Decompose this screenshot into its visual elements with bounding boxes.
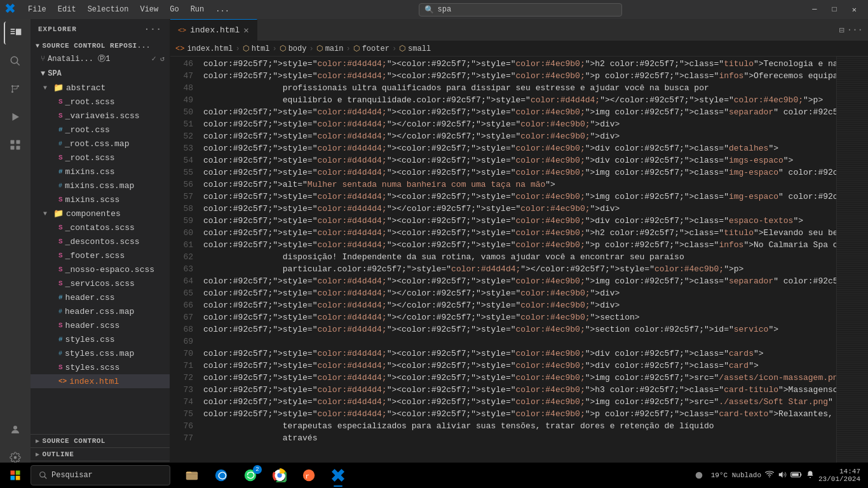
code-line[interactable]: color:#92c5f7;">style="color:#d4d4d4;"><… xyxy=(201,215,836,227)
activity-search[interactable] xyxy=(4,50,27,72)
tab-close-button[interactable]: ✕ xyxy=(243,25,248,36)
close-button[interactable]: ✕ xyxy=(846,4,863,16)
breadcrumb-html[interactable]: html xyxy=(252,44,270,53)
code-line[interactable]: color:#92c5f7;">style="color:#d4d4d4;"><… xyxy=(201,203,836,215)
sidebar-more-icon[interactable]: ··· xyxy=(144,24,162,34)
file-styles-css[interactable]: # styles.css xyxy=(31,332,170,346)
menu-selection[interactable]: Selection xyxy=(83,4,134,15)
code-line[interactable]: color:#92c5f7;">style="color:#d4d4d4;"><… xyxy=(201,106,836,118)
componentes-folder[interactable]: ▼ 📁 componentes xyxy=(31,207,170,220)
taskbar-vscode[interactable] xyxy=(324,463,352,488)
code-line[interactable] xyxy=(201,336,836,348)
breadcrumb-file[interactable]: index.html xyxy=(187,44,233,53)
file-root-scss2[interactable]: S _root.scss xyxy=(31,151,170,165)
taskbar-edge[interactable] xyxy=(207,463,235,488)
code-line[interactable]: color:#92c5f7;">style="color:#d4d4d4;"><… xyxy=(201,360,836,372)
breadcrumb-footer[interactable]: footer xyxy=(362,44,390,53)
source-control-repo-header[interactable]: ▼ SOURCE CONTROL REPOSI... xyxy=(31,39,170,52)
code-line[interactable]: color:#92c5f7;">style="color:#d4d4d4;"><… xyxy=(201,58,836,70)
code-line[interactable]: color:#92c5f7;">style="color:#d4d4d4;"><… xyxy=(201,227,836,239)
code-line[interactable]: equilíbrio e tranquilidade.color:#92c5f7… xyxy=(201,94,836,106)
code-line[interactable]: color:#92c5f7;">style="color:#d4d4d4;"><… xyxy=(201,396,836,408)
taskbar-whatsapp[interactable]: 2 xyxy=(236,463,264,488)
code-line[interactable]: terapeutas especializados para aliviar s… xyxy=(201,420,836,432)
menu-file[interactable]: File xyxy=(23,4,51,15)
file-header-scss[interactable]: S header.scss xyxy=(31,318,170,332)
code-line[interactable]: disposição! Independente da sua rotina, … xyxy=(201,251,836,263)
file-descontos-scss[interactable]: S _descontos.scss xyxy=(31,234,170,248)
activity-explorer[interactable] xyxy=(4,22,27,44)
editor-more-icon[interactable]: ··· xyxy=(847,25,863,36)
taskbar-app5[interactable]: r xyxy=(295,463,323,488)
file-root-scss[interactable]: S _root.scss xyxy=(31,95,170,109)
outline-header[interactable]: ▶ OUTLINE xyxy=(31,447,170,461)
menu-more[interactable]: ... xyxy=(210,4,234,15)
code-line[interactable]: color:#92c5f7;">style="color:#d4d4d4;"><… xyxy=(201,384,836,396)
file-variaveis-scss[interactable]: S _variaveis.scss xyxy=(31,109,170,123)
file-styles-css-map[interactable]: # styles.css.map xyxy=(31,346,170,360)
split-editor-icon[interactable]: ⊟ xyxy=(839,25,844,36)
code-line[interactable]: color:#92c5f7;">style="color:#d4d4d4;"><… xyxy=(201,239,836,251)
menu-go[interactable]: Go xyxy=(165,4,184,15)
menu-run[interactable]: Run xyxy=(186,4,210,15)
file-header-css[interactable]: # header.css xyxy=(31,290,170,304)
taskbar-search-box[interactable]: Pesquisar xyxy=(31,465,170,485)
minimize-button[interactable]: ─ xyxy=(806,4,823,16)
code-line[interactable]: color:#92c5f7;">style="color:#d4d4d4;"><… xyxy=(201,166,836,179)
file-index-html[interactable]: <> index.html xyxy=(31,374,170,388)
branch-name[interactable]: Anatali... ⓟ1 xyxy=(48,53,110,64)
breadcrumb-main[interactable]: main xyxy=(325,44,344,53)
code-line[interactable]: particular.color:#92c5f7;">style="color:… xyxy=(201,263,836,275)
title-search-box[interactable]: 🔍 spa xyxy=(419,3,622,17)
taskbar-chrome[interactable] xyxy=(266,463,294,488)
code-line[interactable]: color:#92c5f7;">style="color:#d4d4d4;"><… xyxy=(201,299,836,311)
file-servicos-scss[interactable]: S _servicos.scss xyxy=(31,276,170,290)
code-line[interactable]: color:#92c5f7;">style="color:#d4d4d4;"><… xyxy=(201,372,836,384)
taskbar-clock[interactable]: 14:47 23/01/2024 xyxy=(818,468,860,483)
menu-edit[interactable]: Edit xyxy=(53,4,81,15)
code-line[interactable]: color:#92c5f7;">style="color:#d4d4d4;"><… xyxy=(201,311,836,323)
file-mixins-scss[interactable]: S mixins.scss xyxy=(31,193,170,207)
file-contatos-scss[interactable]: S _contatos.scss xyxy=(31,220,170,234)
code-line[interactable]: color:#92c5f7;">style="color:#d4d4d4;"><… xyxy=(201,408,836,420)
code-line[interactable]: color:#92c5f7;">style="color:#d4d4d4;"><… xyxy=(201,287,836,299)
code-line[interactable]: color:#92c5f7;">style="color:#d4d4d4;"><… xyxy=(201,130,836,142)
maximize-button[interactable]: □ xyxy=(826,4,843,16)
breadcrumb-body[interactable]: body xyxy=(288,44,307,53)
file-root-css-map[interactable]: # _root.css.map xyxy=(31,137,170,151)
code-line[interactable]: color:#92c5f7;">style="color:#d4d4d4;"><… xyxy=(201,142,836,154)
code-line[interactable]: color:#92c5f7;">style="color:#d4d4d4;"><… xyxy=(201,118,836,130)
activity-extensions[interactable] xyxy=(4,133,27,156)
file-mixins-css[interactable]: # mixins.css xyxy=(31,165,170,179)
code-content[interactable]: color:#92c5f7;">style="color:#d4d4d4;"><… xyxy=(198,57,836,474)
file-nosso-espaco-scss[interactable]: S _nosso-espaco.scss xyxy=(31,262,170,276)
branch-refresh-icon[interactable]: ↺ xyxy=(160,54,165,64)
code-line[interactable]: color:#92c5f7;">alt="Mulher sentada numa… xyxy=(201,179,836,191)
code-line[interactable]: color:#92c5f7;">style="color:#d4d4d4;"><… xyxy=(201,70,836,82)
file-header-css-map[interactable]: # header.css.map xyxy=(31,304,170,318)
activity-run-debug[interactable] xyxy=(4,105,27,128)
abstract-folder[interactable]: ▼ 📁 abstract xyxy=(31,81,170,95)
file-footer-scss[interactable]: S _footer.scss xyxy=(31,248,170,262)
branch-check-icon[interactable]: ✓ xyxy=(152,54,156,64)
file-root-css[interactable]: # _root.css xyxy=(31,123,170,137)
code-line[interactable]: através xyxy=(201,432,836,444)
code-line[interactable]: profissionais ultra qualificados para di… xyxy=(201,82,836,94)
breadcrumb-small[interactable]: small xyxy=(408,44,431,53)
code-line[interactable]: color:#92c5f7;">style="color:#d4d4d4;"><… xyxy=(201,275,836,287)
editor-tab-index-html[interactable]: <> index.html ✕ xyxy=(170,19,257,41)
source-control-header[interactable]: ▶ SOURCE CONTROL xyxy=(31,434,170,447)
activity-account[interactable] xyxy=(4,418,27,441)
activity-source-control[interactable] xyxy=(4,78,27,100)
start-button[interactable] xyxy=(3,463,28,488)
taskbar-file-explorer[interactable] xyxy=(178,463,206,488)
file-styles-scss[interactable]: S styles.scss xyxy=(31,360,170,374)
code-line[interactable]: color:#92c5f7;">style="color:#d4d4d4;"><… xyxy=(201,348,836,360)
menu-bar[interactable]: File Edit Selection View Go Run ... xyxy=(23,4,234,15)
code-line[interactable]: color:#92c5f7;">style="color:#d4d4d4;"><… xyxy=(201,191,836,203)
code-line[interactable]: color:#92c5f7;">style="color:#d4d4d4;"><… xyxy=(201,323,836,336)
menu-view[interactable]: View xyxy=(135,4,163,15)
code-line[interactable]: color:#92c5f7;">style="color:#d4d4d4;"><… xyxy=(201,154,836,166)
file-mixins-css-map[interactable]: # mixins.css.map xyxy=(31,179,170,193)
spa-folder[interactable]: ▼ SPA xyxy=(31,67,170,81)
